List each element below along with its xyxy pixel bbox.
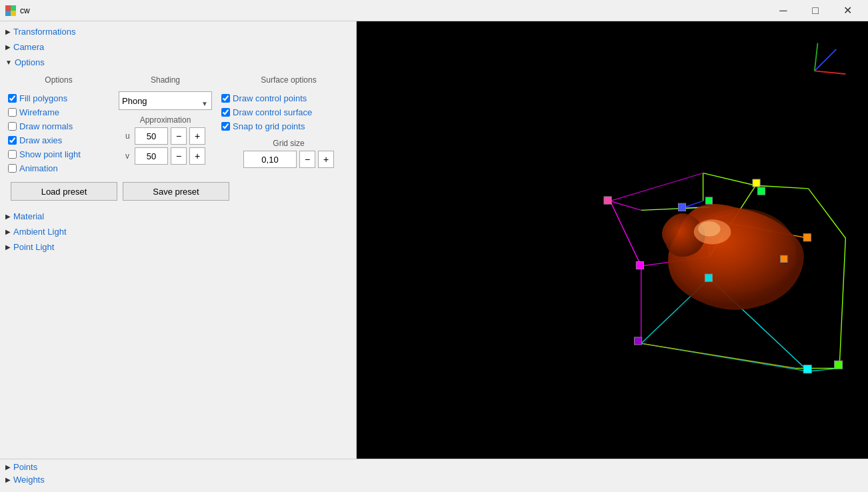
show-point-light-checkbox[interactable] bbox=[8, 150, 17, 159]
svg-rect-3 bbox=[11, 11, 16, 16]
draw-control-points-checkbox[interactable] bbox=[221, 94, 230, 103]
snap-to-grid-checkbox[interactable] bbox=[221, 122, 230, 131]
animation-checkbox[interactable] bbox=[8, 164, 17, 173]
material-label: Material bbox=[13, 211, 44, 221]
sidebar-item-point-light[interactable]: ▶ Point Light bbox=[0, 239, 356, 255]
sidebar-item-options[interactable]: ▼ Options bbox=[0, 55, 356, 70]
u-label: u bbox=[125, 131, 132, 141]
chevron-right-icon: ▶ bbox=[5, 228, 11, 235]
show-point-light-label: Show point light bbox=[19, 149, 81, 159]
svg-rect-0 bbox=[5, 5, 11, 11]
bottom-bar: ▶ Points ▶ Weights bbox=[0, 459, 868, 492]
weights-label: Weights bbox=[13, 475, 45, 485]
approximation-label: Approximation bbox=[140, 115, 191, 125]
draw-axies-label: Draw axies bbox=[19, 135, 62, 145]
svg-rect-42 bbox=[636, 262, 643, 269]
preset-buttons: Load preset Save preset bbox=[5, 177, 351, 203]
svg-rect-39 bbox=[781, 255, 787, 262]
load-preset-button[interactable]: Load preset bbox=[11, 182, 117, 201]
draw-control-surface-label: Draw control surface bbox=[233, 107, 312, 117]
svg-rect-40 bbox=[604, 197, 611, 204]
snap-to-grid-label: Snap to grid points bbox=[233, 121, 305, 131]
grid-size-label: Grid size bbox=[273, 139, 304, 148]
draw-normals-row: Draw normals bbox=[8, 119, 109, 133]
animation-row: Animation bbox=[8, 161, 109, 175]
chevron-right-icon: ▶ bbox=[5, 243, 11, 251]
window-title: cw bbox=[20, 6, 768, 15]
v-plus-button[interactable]: + bbox=[189, 147, 205, 165]
options-section: Options Shading Surface options Fill pol… bbox=[0, 70, 356, 209]
points-label: Points bbox=[13, 462, 37, 472]
col-header-options: Options bbox=[5, 73, 112, 87]
shading-select[interactable]: Phong Gouraud Flat bbox=[119, 91, 212, 110]
grid-size-row: − + bbox=[243, 151, 334, 168]
v-approx-row: v − + bbox=[125, 147, 205, 165]
sidebar-item-points[interactable]: ▶ Points bbox=[5, 461, 863, 473]
u-plus-button[interactable]: + bbox=[189, 127, 205, 145]
close-button[interactable]: ✕ bbox=[832, 1, 863, 21]
chevron-right-icon: ▶ bbox=[5, 213, 11, 220]
wireframe-checkbox[interactable] bbox=[8, 108, 17, 117]
surface-column: Draw control points Draw control surface… bbox=[219, 90, 357, 169]
svg-rect-36 bbox=[757, 187, 765, 195]
ambient-light-label: Ambient Light bbox=[13, 227, 67, 237]
grid-size-input[interactable] bbox=[243, 151, 297, 168]
svg-rect-44 bbox=[803, 365, 811, 373]
save-preset-button[interactable]: Save preset bbox=[123, 182, 229, 201]
point-light-label: Point Light bbox=[13, 242, 54, 252]
viewport[interactable] bbox=[357, 21, 868, 459]
shading-select-wrapper: Phong Gouraud Flat ▼ bbox=[119, 91, 212, 115]
u-minus-button[interactable]: − bbox=[171, 127, 187, 145]
chevron-right-icon: ▶ bbox=[5, 463, 11, 471]
scene-svg bbox=[357, 21, 868, 459]
fill-polygons-label: Fill polygons bbox=[19, 93, 67, 103]
draw-normals-label: Draw normals bbox=[19, 121, 73, 131]
svg-rect-41 bbox=[678, 203, 685, 211]
main-content: ▶ Transformations ▶ Camera ▼ Options Opt… bbox=[0, 21, 868, 459]
chevron-right-icon: ▶ bbox=[5, 476, 11, 483]
maximize-button[interactable]: □ bbox=[800, 1, 831, 21]
svg-rect-45 bbox=[835, 361, 843, 369]
chevron-down-icon: ▼ bbox=[5, 59, 12, 66]
window-controls: ─ □ ✕ bbox=[768, 1, 863, 21]
fill-polygons-row: Fill polygons bbox=[8, 91, 109, 105]
draw-normals-checkbox[interactable] bbox=[8, 122, 17, 131]
sidebar-item-camera[interactable]: ▶ Camera bbox=[0, 39, 356, 55]
draw-control-surface-checkbox[interactable] bbox=[221, 108, 230, 117]
svg-rect-46 bbox=[705, 274, 712, 281]
sidebar-item-transformations[interactable]: ▶ Transformations bbox=[0, 24, 356, 39]
sidebar-item-weights[interactable]: ▶ Weights bbox=[5, 473, 863, 486]
sidebar-item-material[interactable]: ▶ Material bbox=[0, 209, 356, 224]
draw-axies-row: Draw axies bbox=[8, 133, 109, 147]
svg-rect-43 bbox=[634, 337, 641, 345]
show-point-light-row: Show point light bbox=[8, 147, 109, 161]
svg-rect-37 bbox=[705, 197, 712, 204]
title-bar: cw ─ □ ✕ bbox=[0, 0, 868, 21]
svg-rect-35 bbox=[753, 179, 760, 187]
u-approx-row: u − + bbox=[125, 127, 205, 145]
sidebar-item-ambient-light[interactable]: ▶ Ambient Light bbox=[0, 224, 356, 239]
minimize-button[interactable]: ─ bbox=[768, 1, 799, 21]
draw-control-points-label: Draw control points bbox=[233, 93, 307, 103]
svg-rect-1 bbox=[11, 5, 16, 11]
transformations-label: Transformations bbox=[13, 27, 75, 37]
draw-control-points-row: Draw control points bbox=[221, 91, 356, 105]
grid-plus-button[interactable]: + bbox=[318, 151, 334, 168]
svg-point-34 bbox=[698, 221, 720, 236]
shading-column: Phong Gouraud Flat ▼ Approximation u − + bbox=[112, 90, 219, 169]
chevron-right-icon: ▶ bbox=[5, 28, 11, 35]
draw-axies-checkbox[interactable] bbox=[8, 136, 17, 145]
wireframe-label: Wireframe bbox=[19, 107, 59, 117]
draw-control-surface-row: Draw control surface bbox=[221, 105, 356, 119]
grid-minus-button[interactable]: − bbox=[299, 151, 315, 168]
v-minus-button[interactable]: − bbox=[171, 147, 187, 165]
sidebar: ▶ Transformations ▶ Camera ▼ Options Opt… bbox=[0, 21, 357, 459]
fill-polygons-checkbox[interactable] bbox=[8, 94, 17, 103]
v-value-input[interactable] bbox=[135, 147, 168, 165]
animation-label: Animation bbox=[19, 163, 58, 173]
col-header-surface: Surface options bbox=[219, 73, 357, 87]
camera-label: Camera bbox=[13, 42, 44, 52]
u-value-input[interactable] bbox=[135, 127, 168, 145]
svg-rect-38 bbox=[803, 234, 811, 241]
app-icon bbox=[5, 5, 16, 16]
